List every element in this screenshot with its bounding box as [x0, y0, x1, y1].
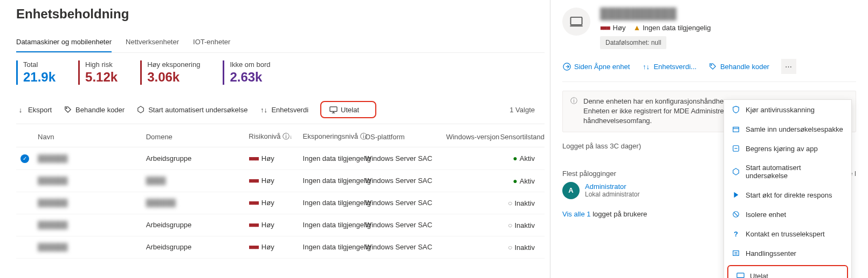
table-row[interactable]: ████████████■■■HøyIngen data tilgjengeli… [16, 192, 545, 214]
exposure-cell: Ingen data tilgjengelig [299, 169, 361, 192]
tag-icon [64, 105, 72, 114]
status-inactive-icon: ○ [508, 221, 512, 229]
table-row[interactable]: ✓██████Arbeidsgruppe■■■HøyIngen data til… [16, 147, 545, 170]
domain-cell: ████ [142, 169, 245, 192]
status-active-icon: ● [513, 177, 517, 185]
tab-2[interactable]: IOT-enheter [193, 35, 230, 52]
monitor-exclude-icon [329, 105, 337, 114]
menu-item-7[interactable]: Handlingssenter [724, 243, 851, 263]
device-risk: ■■■Høy [600, 24, 625, 32]
th-exposure[interactable]: Eksponeringsnivå ⓘ [299, 126, 361, 147]
play-icon [732, 191, 740, 199]
os-cell: Windows Server SAC [361, 169, 442, 192]
exposure-cell: Ingen data tilgjengelig [299, 214, 361, 236]
windows-cell [442, 192, 495, 214]
svg-rect-3 [571, 17, 582, 25]
device-exposure: ▲ Ingen data tilgjengelig [633, 23, 711, 32]
hex-icon [732, 167, 740, 176]
panel-manage-tags-button[interactable]: Behandle koder [708, 62, 769, 71]
menu-item-2[interactable]: Begrens kjøring av app [724, 139, 851, 158]
kpi-2[interactable]: Høy eksponering3.06k [140, 60, 200, 85]
user-name[interactable]: Administrator [585, 182, 639, 191]
risk-cell: ■■■Høy [244, 169, 298, 192]
risk-cell: ■■■Høy [244, 214, 298, 236]
menu-item-5[interactable]: Isolere enhet [724, 205, 851, 224]
restrict-icon [732, 144, 740, 153]
sensitivity-pill: Datafølsomhet: null [600, 36, 666, 49]
actions-dropdown: Kjør antivirusskanningSamle inn undersøk… [724, 99, 852, 278]
start-investigation-button[interactable]: Start automatisert undersøkelse [136, 105, 247, 114]
ellipsis-icon: ⋯ [785, 63, 792, 71]
th-risk[interactable]: Risikonivå ⓘ↓ [244, 126, 298, 147]
th-sensor[interactable]: Sensortilstand [496, 126, 545, 147]
tab-1[interactable]: Nettverksenheter [126, 35, 179, 52]
risk-cell: ■■■Høy [244, 192, 298, 214]
status-active-icon: ● [513, 154, 517, 162]
svg-rect-6 [733, 127, 739, 132]
sensor-cell: ○Inaktiv [496, 214, 545, 236]
export-label: Eksport [28, 106, 52, 114]
block-icon [732, 210, 740, 219]
tabs: Datamaskiner og mobilenheterNettverksenh… [16, 35, 545, 53]
domain-cell: Arbeidsgruppe [142, 147, 245, 170]
kpi-3[interactable]: Ikke om bord2.63k [223, 60, 270, 85]
kpi-1[interactable]: High risk5.12k [78, 60, 118, 85]
sort-icon: ↑↓ [259, 105, 268, 114]
help-icon: ? [732, 229, 740, 238]
svg-rect-12 [736, 273, 743, 277]
exposure-cell: Ingen data tilgjengelig [299, 192, 361, 214]
risk-cell: ■■■Høy [244, 236, 298, 258]
more-actions-button[interactable]: ⋯ [781, 59, 796, 74]
tab-0[interactable]: Datamaskiner og mobilenheter [16, 35, 112, 52]
table-row[interactable]: ██████Arbeidsgruppe■■■HøyIngen data tilg… [16, 214, 545, 236]
svg-marker-9 [734, 192, 739, 198]
open-device-label: Siden Åpne enhet [574, 63, 630, 71]
th-domain[interactable]: Domene [142, 126, 245, 147]
os-cell: Windows Server SAC [361, 192, 442, 214]
windows-cell [442, 214, 495, 236]
kpi-row: Total21.9kHigh risk5.12kHøy eksponering3… [16, 60, 545, 85]
sensor-cell: ○Inaktiv [496, 192, 545, 214]
domain-cell: Arbeidsgruppe [142, 236, 245, 258]
device-value-button[interactable]: ↑↓ Enhetsverdi [259, 105, 308, 114]
table-row[interactable]: ██████████■■■HøyIngen data tilgjengeligW… [16, 169, 545, 192]
menu-item-6[interactable]: ?Kontakt en trusselekspert [724, 224, 851, 243]
th-windows[interactable]: Windows-versjon [442, 126, 495, 147]
sensor-cell: ○Inaktiv [496, 236, 545, 258]
table-row[interactable]: ██████Arbeidsgruppe■■■HøyIngen data tilg… [16, 236, 545, 258]
open-device-button[interactable]: Siden Åpne enhet [562, 62, 630, 71]
domain-cell: Arbeidsgruppe [142, 214, 245, 236]
menu-item-1[interactable]: Samle inn undersøkelsespakke [724, 119, 851, 139]
status-inactive-icon: ○ [508, 199, 512, 207]
sensor-cell: ●Aktiv [496, 147, 545, 170]
menu-item-3[interactable]: Start automatisert undersøkelse [724, 158, 851, 185]
os-cell: Windows Server SAC [361, 236, 442, 258]
toolbar: ↓ Eksport Behandle koder Start automatis… [16, 96, 545, 124]
most-logins-label: Flest pålogginger [562, 169, 639, 178]
svg-marker-8 [733, 168, 739, 175]
start-investigation-label: Start automatisert undersøkelse [148, 106, 247, 114]
exclude-button[interactable]: Utelat [320, 101, 376, 118]
shield-icon [732, 105, 740, 114]
sort-icon: ↑↓ [642, 62, 650, 71]
manage-tags-button[interactable]: Behandle koder [64, 105, 125, 114]
kpi-0[interactable]: Total21.9k [16, 60, 56, 85]
menu-item-4[interactable]: Start økt for direkte respons [724, 185, 851, 205]
device-type-icon [562, 8, 590, 36]
th-name[interactable]: Navn [33, 126, 142, 147]
sensor-cell: ●Aktiv [496, 169, 545, 192]
th-os[interactable]: OS-plattform [361, 126, 442, 147]
arrow-right-circle-icon [562, 62, 571, 71]
windows-cell [442, 169, 495, 192]
svg-point-0 [66, 108, 67, 109]
export-button[interactable]: ↓ Eksport [16, 105, 52, 114]
selected-count: 1 Valgte [509, 106, 545, 114]
exposure-cell: Ingen data tilgjengelig [299, 147, 361, 170]
checked-icon[interactable]: ✓ [20, 154, 29, 163]
menu-item-8[interactable]: Utelat [727, 265, 848, 278]
svg-point-5 [711, 65, 712, 66]
menu-item-0[interactable]: Kjør antivirusskanning [724, 100, 851, 119]
risk-cell: ■■■Høy [244, 147, 298, 170]
svg-marker-1 [138, 106, 144, 113]
panel-device-value-button[interactable]: ↑↓ Enhetsverdi... [642, 62, 697, 71]
